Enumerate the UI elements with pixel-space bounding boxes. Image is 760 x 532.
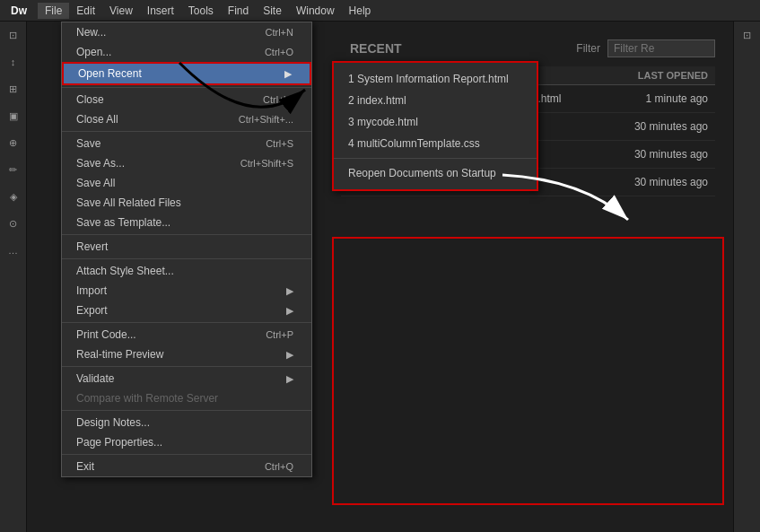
file-time-3: 30 minutes ago [611,141,715,169]
filter-label: Filter [576,42,600,55]
separator-3 [62,234,311,235]
sidebar-icon-4[interactable]: ▣ [4,106,23,126]
separator-7 [62,410,311,411]
main-layout: ⊡ ↕ ⊞ ▣ ⊕ ✏ ◈ ⊙ … RECENT Filter NAME [0,22,760,532]
menu-save[interactable]: Save Ctrl+S [62,134,311,153]
sidebar-icon-1[interactable]: ⊡ [4,25,23,45]
menu-window[interactable]: Window [289,3,342,19]
separator-5 [62,322,311,323]
filter-row: Filter [576,39,715,57]
menu-tools[interactable]: Tools [181,3,221,19]
recent-item-3[interactable]: 3 mycode.html [334,111,537,133]
menubar: Dw File Edit View Insert Tools Find Site… [0,0,760,22]
menu-import[interactable]: Import ▶ [62,281,311,301]
recent-submenu-separator [334,158,537,159]
separator-2 [62,131,311,132]
file-time-2: 30 minutes ago [611,113,715,141]
recent-item-1[interactable]: 1 System Information Report.html [334,68,537,90]
separator-1 [62,87,311,88]
menu-realtime-preview[interactable]: Real-time Preview ▶ [62,344,311,364]
menu-validate[interactable]: Validate ▶ [62,369,311,388]
menu-open[interactable]: Open... Ctrl+O [62,42,311,62]
content-area: RECENT Filter NAME LAST OPENED .../ocume… [27,22,733,532]
menu-new[interactable]: New... Ctrl+N [62,22,311,42]
col-last-opened[interactable]: LAST OPENED [611,66,715,85]
recent-item-4[interactable]: 4 multiColumnTemplate.css [334,133,537,154]
menu-design-notes[interactable]: Design Notes... [62,413,311,432]
separator-4 [62,258,311,259]
sidebar-icon-more[interactable]: … [4,240,23,260]
menu-close-all[interactable]: Close All Ctrl+Shift+... [62,109,311,129]
menu-help[interactable]: Help [342,3,379,19]
right-sidebar-icon-1[interactable]: ⊡ [738,25,757,45]
menu-save-template[interactable]: Save as Template... [62,213,311,232]
menu-close[interactable]: Close Ctrl+W [62,90,311,109]
menu-exit[interactable]: Exit Ctrl+Q [62,457,311,476]
separator-8 [62,454,311,455]
recent-submenu: 1 System Information Report.html 2 index… [332,61,538,191]
file-menu: New... Ctrl+N Open... Ctrl+O Open Recent… [61,22,312,477]
recent-item-2[interactable]: 2 index.html [334,90,537,111]
menu-insert[interactable]: Insert [140,3,181,19]
menu-page-properties[interactable]: Page Properties... [62,432,311,452]
sidebar-icon-8[interactable]: ⊙ [4,214,23,233]
menu-find[interactable]: Find [221,3,256,19]
menu-attach-style[interactable]: Attach Style Sheet... [62,261,311,281]
menu-view[interactable]: View [102,3,140,19]
menu-export[interactable]: Export ▶ [62,301,311,320]
menu-save-all[interactable]: Save All [62,173,311,193]
menu-edit[interactable]: Edit [69,3,102,19]
menu-revert[interactable]: Revert [62,237,311,257]
recent-title: RECENT [350,41,402,56]
file-time-4: 30 minutes ago [611,169,715,196]
menu-save-all-related[interactable]: Save All Related Files [62,193,311,213]
menu-open-recent[interactable]: Open Recent ▶ [62,62,311,85]
dw-logo: Dw [4,3,34,19]
left-sidebar: ⊡ ↕ ⊞ ▣ ⊕ ✏ ◈ ⊙ … [0,22,27,532]
right-sidebar: ⊡ [733,22,760,532]
menu-file[interactable]: File [38,3,69,19]
menu-site[interactable]: Site [256,3,289,19]
sidebar-icon-3[interactable]: ⊞ [4,79,23,99]
sidebar-icon-5[interactable]: ⊕ [4,133,23,153]
menu-compare-remote: Compare with Remote Server [62,388,311,408]
sidebar-icon-7[interactable]: ◈ [4,187,23,206]
recent-reopen[interactable]: Reopen Documents on Startup [334,162,537,184]
filter-input[interactable] [607,39,715,57]
sidebar-icon-6[interactable]: ✏ [4,160,23,179]
menu-save-as[interactable]: Save As... Ctrl+Shift+S [62,153,311,173]
menu-print-code[interactable]: Print Code... Ctrl+P [62,325,311,344]
file-time-1: 1 minute ago [611,85,715,113]
separator-6 [62,366,311,367]
sidebar-icon-2[interactable]: ↕ [4,52,23,72]
